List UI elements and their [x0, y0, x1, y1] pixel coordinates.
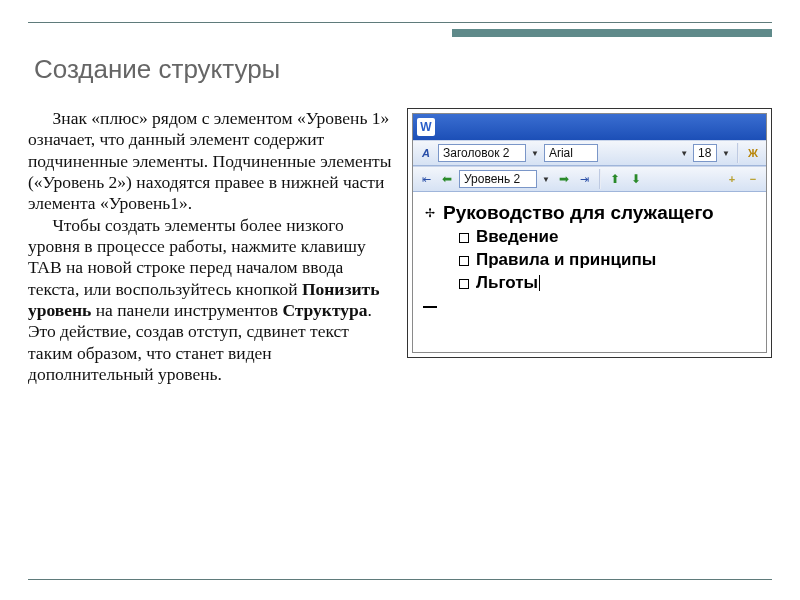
font-value: Arial — [549, 146, 573, 160]
style-a-icon[interactable]: A — [417, 144, 435, 162]
text-cursor — [539, 275, 540, 291]
chevron-down-icon[interactable]: ▼ — [529, 149, 541, 158]
outline-toolbar: ⇤ ⬅ Уровень 2 ▼ ➡ ⇥ ⬆ ⬇ + − — [413, 166, 766, 192]
demote-to-body-icon[interactable]: ⇥ — [576, 170, 594, 188]
plus-handle-icon[interactable] — [423, 205, 436, 221]
outline-level-dropdown[interactable]: Уровень 2 — [459, 170, 537, 188]
body-text: Знак «плюс» рядом с элементом «Уровень 1… — [28, 108, 393, 560]
style-value: Заголовок 2 — [443, 146, 509, 160]
dash-handle-icon[interactable] — [423, 306, 437, 308]
bold-button[interactable]: Ж — [744, 144, 762, 162]
box-handle-icon[interactable] — [459, 279, 469, 289]
slide-title: Создание структуры — [34, 54, 280, 85]
fontsize-dropdown[interactable]: 18 — [693, 144, 717, 162]
outline-text: Льготы — [476, 273, 538, 292]
outline-item-level1[interactable]: Руководство для служащего — [423, 200, 760, 226]
move-down-icon[interactable]: ⬇ — [627, 170, 645, 188]
paragraph-2: Чтобы создать элементы более низкого уро… — [28, 215, 393, 386]
outline-text: Руководство для служащего — [443, 200, 714, 226]
slide-bottom-border — [28, 568, 772, 582]
paragraph-1: Знак «плюс» рядом с элементом «Уровень 1… — [28, 108, 393, 215]
expand-icon[interactable]: + — [723, 170, 741, 188]
move-up-icon[interactable]: ⬆ — [606, 170, 624, 188]
demote-icon[interactable]: ➡ — [555, 170, 573, 188]
toolbar-divider — [737, 143, 739, 163]
slide-content: Знак «плюс» рядом с элементом «Уровень 1… — [28, 108, 772, 560]
presentation-slide: Создание структуры Знак «плюс» рядом с э… — [0, 0, 800, 600]
slide-top-border — [28, 22, 772, 36]
outline-item-empty[interactable] — [423, 298, 760, 308]
screenshot-frame: W A Заголовок 2 ▼ Arial ▼ — [407, 108, 772, 358]
outline-text: Правила и принципы — [476, 249, 656, 272]
word-titlebar: W — [413, 114, 766, 140]
promote-to-heading-icon[interactable]: ⇤ — [417, 170, 435, 188]
fontsize-value: 18 — [698, 146, 711, 160]
promote-icon[interactable]: ⬅ — [438, 170, 456, 188]
outline-item-level2[interactable]: Введение — [423, 226, 760, 249]
style-dropdown[interactable]: Заголовок 2 — [438, 144, 526, 162]
chevron-down-icon[interactable]: ▼ — [678, 149, 690, 158]
font-dropdown[interactable]: Arial — [544, 144, 598, 162]
outline-item-level2[interactable]: Льготы — [423, 272, 760, 295]
toolbar-divider — [599, 169, 601, 189]
box-handle-icon[interactable] — [459, 233, 469, 243]
document-outline-area[interactable]: Руководство для служащего Введение Прави… — [413, 192, 766, 352]
chevron-down-icon[interactable]: ▼ — [720, 149, 732, 158]
outline-item-level2[interactable]: Правила и принципы — [423, 249, 760, 272]
chevron-down-icon[interactable]: ▼ — [540, 175, 552, 184]
outline-text: Введение — [476, 226, 558, 249]
word-icon: W — [417, 118, 435, 136]
outline-level-value: Уровень 2 — [464, 172, 520, 186]
word-window: W A Заголовок 2 ▼ Arial ▼ — [412, 113, 767, 353]
screenshot-column: W A Заголовок 2 ▼ Arial ▼ — [407, 108, 772, 560]
formatting-toolbar: A Заголовок 2 ▼ Arial ▼ 18 ▼ — [413, 140, 766, 166]
collapse-icon[interactable]: − — [744, 170, 762, 188]
box-handle-icon[interactable] — [459, 256, 469, 266]
